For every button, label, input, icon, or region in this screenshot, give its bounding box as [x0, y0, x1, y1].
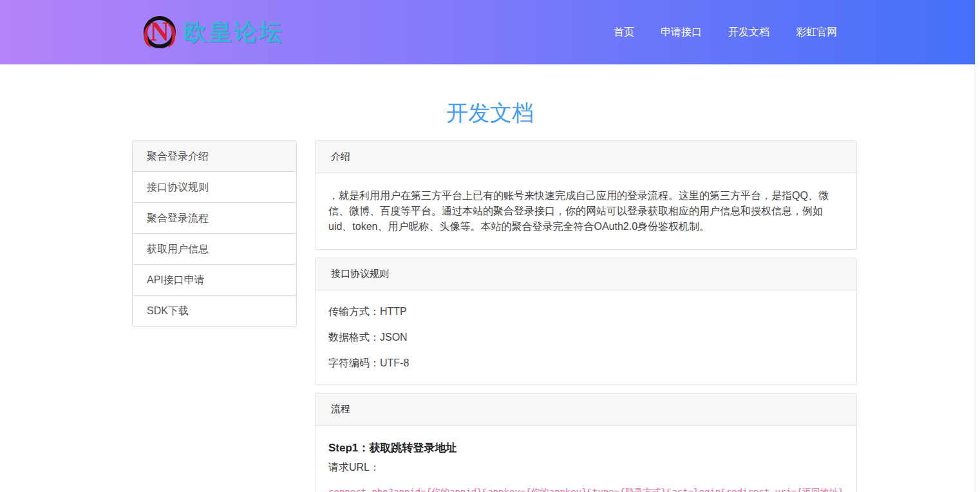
- sidebar-item-api-apply[interactable]: API接口申请: [133, 265, 296, 296]
- panel-flow: 流程 Step1：获取跳转登录地址 请求URL： connect.php?app…: [315, 393, 857, 492]
- nav-item-apply-api[interactable]: 申请接口: [661, 26, 702, 39]
- panel-protocol: 接口协议规则 传输方式：HTTP 数据格式：JSON 字符编码：UTF-8: [315, 258, 857, 385]
- sidebar-item-user-info[interactable]: 获取用户信息: [133, 234, 296, 265]
- app-header: ( N ) 欧皇论坛 首页 申请接口 开发文档 彩虹官网: [0, 0, 980, 64]
- logo-text: 欧皇论坛: [184, 17, 284, 48]
- scrollbar-track[interactable]: [975, 0, 980, 492]
- main-nav: 首页 申请接口 开发文档 彩虹官网: [614, 26, 837, 39]
- sidebar-item-login-flow[interactable]: 聚合登录流程: [133, 203, 296, 234]
- intro-paragraph: ，就是利用用户在第三方平台上已有的账号来快速完成自己应用的登录流程。这里的第三方…: [328, 188, 843, 234]
- panel-flow-title: 流程: [316, 393, 856, 426]
- logo[interactable]: ( N ) 欧皇论坛: [144, 16, 284, 48]
- flow-step1-heading: Step1：获取跳转登录地址: [328, 440, 843, 456]
- protocol-charset: 字符编码：UTF-8: [328, 355, 843, 371]
- panel-intro: 介绍 ，就是利用用户在第三方平台上已有的账号来快速完成自己应用的登录流程。这里的…: [315, 140, 857, 250]
- logo-paren-right: ): [168, 21, 176, 46]
- nav-item-dev-docs[interactable]: 开发文档: [728, 26, 769, 39]
- panel-intro-title: 介绍: [316, 141, 856, 173]
- panel-flow-body: Step1：获取跳转登录地址 请求URL： connect.php?appid=…: [316, 426, 856, 492]
- nav-item-home[interactable]: 首页: [614, 26, 634, 39]
- logo-monogram-icon: ( N ): [144, 16, 176, 48]
- logo-letter: N: [150, 18, 169, 45]
- nav-item-rainbow-site[interactable]: 彩虹官网: [796, 26, 837, 39]
- page-title: 开发文档: [0, 99, 980, 128]
- sidebar-menu: 聚合登录介绍 接口协议规则 聚合登录流程 获取用户信息 API接口申请 SDK下…: [132, 140, 297, 327]
- content-row: 聚合登录介绍 接口协议规则 聚合登录流程 获取用户信息 API接口申请 SDK下…: [132, 140, 848, 492]
- main-content: 介绍 ，就是利用用户在第三方平台上已有的账号来快速完成自己应用的登录流程。这里的…: [315, 140, 857, 492]
- panel-intro-body: ，就是利用用户在第三方平台上已有的账号来快速完成自己应用的登录流程。这里的第三方…: [316, 173, 856, 249]
- flow-request-url-label: 请求URL：: [328, 460, 843, 475]
- panel-protocol-body: 传输方式：HTTP 数据格式：JSON 字符编码：UTF-8: [316, 290, 856, 384]
- panel-protocol-title: 接口协议规则: [316, 258, 856, 290]
- protocol-format: 数据格式：JSON: [328, 330, 843, 345]
- protocol-transport: 传输方式：HTTP: [328, 304, 843, 319]
- sidebar-item-protocol-rules[interactable]: 接口协议规则: [133, 172, 296, 203]
- sidebar-item-login-intro[interactable]: 聚合登录介绍: [133, 141, 296, 172]
- page: ( N ) 欧皇论坛 首页 申请接口 开发文档 彩虹官网 开发文档 聚合登录介绍…: [0, 0, 980, 492]
- flow-request-url-code: connect.php?appid={你的appid}&appkey={你的ap…: [328, 484, 843, 492]
- logo-paren-left: (: [143, 21, 151, 46]
- sidebar-item-sdk-download[interactable]: SDK下载: [133, 296, 296, 326]
